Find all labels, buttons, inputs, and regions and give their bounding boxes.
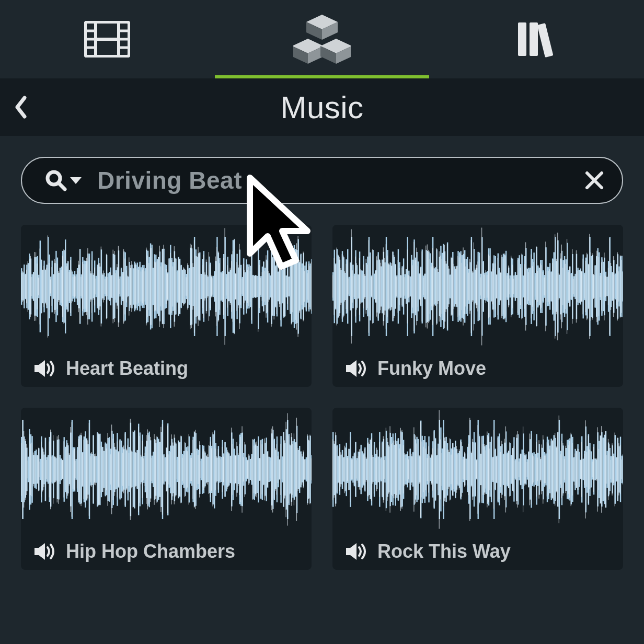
svg-rect-1545 bbox=[462, 442, 462, 497]
svg-rect-1074 bbox=[130, 419, 131, 520]
svg-rect-713 bbox=[495, 263, 496, 309]
svg-rect-378 bbox=[254, 275, 255, 297]
track-card[interactable]: Rock This Way bbox=[332, 408, 623, 570]
svg-rect-509 bbox=[359, 258, 360, 315]
svg-rect-1156 bbox=[185, 442, 185, 497]
tab-assets[interactable] bbox=[215, 0, 430, 78]
svg-rect-777 bbox=[537, 271, 538, 302]
svg-rect-1527 bbox=[450, 439, 450, 501]
svg-rect-368 bbox=[247, 270, 248, 303]
svg-rect-1645 bbox=[528, 452, 528, 488]
svg-rect-1443 bbox=[394, 441, 394, 498]
svg-rect-1573 bbox=[480, 454, 481, 485]
svg-rect-1505 bbox=[435, 438, 435, 501]
svg-rect-651 bbox=[454, 264, 454, 309]
svg-rect-82 bbox=[57, 263, 58, 309]
svg-rect-918 bbox=[26, 444, 27, 495]
svg-rect-1427 bbox=[383, 436, 384, 503]
svg-rect-1625 bbox=[515, 461, 515, 478]
tab-media[interactable] bbox=[0, 0, 215, 78]
search-input[interactable] bbox=[97, 166, 584, 194]
track-card[interactable]: Funky Move bbox=[332, 225, 623, 387]
title-bar: Music bbox=[0, 78, 644, 136]
svg-rect-1659 bbox=[537, 457, 538, 481]
svg-rect-815 bbox=[562, 268, 563, 305]
svg-rect-38 bbox=[28, 261, 28, 312]
svg-rect-707 bbox=[491, 271, 491, 302]
svg-rect-1701 bbox=[566, 446, 566, 493]
svg-rect-1611 bbox=[505, 427, 506, 513]
tab-library[interactable] bbox=[429, 0, 644, 78]
svg-rect-92 bbox=[64, 249, 64, 324]
svg-rect-19 bbox=[518, 22, 526, 56]
svg-rect-483 bbox=[342, 254, 342, 319]
svg-rect-1322 bbox=[295, 443, 295, 496]
svg-rect-1499 bbox=[431, 454, 431, 485]
svg-rect-1661 bbox=[539, 440, 539, 499]
svg-rect-464 bbox=[311, 262, 312, 312]
clear-search-button[interactable] bbox=[584, 170, 604, 190]
svg-rect-593 bbox=[415, 260, 416, 313]
svg-rect-673 bbox=[468, 273, 469, 301]
svg-rect-567 bbox=[398, 260, 398, 313]
track-card[interactable]: Hip Hop Chambers bbox=[21, 408, 312, 570]
svg-rect-1451 bbox=[399, 448, 399, 490]
svg-rect-1379 bbox=[351, 459, 352, 479]
svg-rect-1365 bbox=[342, 454, 342, 485]
svg-rect-627 bbox=[438, 269, 438, 304]
svg-rect-432 bbox=[290, 261, 290, 312]
svg-rect-655 bbox=[456, 267, 457, 306]
svg-rect-28 bbox=[21, 273, 21, 300]
svg-rect-505 bbox=[356, 263, 357, 310]
svg-rect-986 bbox=[72, 422, 72, 517]
svg-rect-1282 bbox=[269, 457, 269, 482]
search-mode-button[interactable] bbox=[45, 169, 82, 191]
svg-rect-1130 bbox=[167, 426, 168, 513]
svg-rect-270 bbox=[182, 270, 182, 304]
svg-rect-1262 bbox=[255, 442, 256, 496]
svg-rect-1218 bbox=[226, 454, 226, 486]
svg-rect-1367 bbox=[343, 458, 343, 481]
svg-rect-579 bbox=[406, 270, 406, 303]
svg-rect-487 bbox=[344, 271, 345, 302]
svg-rect-1116 bbox=[158, 440, 158, 499]
svg-rect-1190 bbox=[207, 454, 208, 485]
svg-rect-1589 bbox=[491, 440, 491, 499]
svg-rect-128 bbox=[87, 248, 88, 325]
svg-rect-1669 bbox=[544, 456, 545, 484]
svg-rect-491 bbox=[347, 260, 348, 313]
svg-rect-1088 bbox=[140, 436, 140, 503]
svg-rect-1160 bbox=[187, 451, 188, 488]
svg-rect-501 bbox=[354, 275, 354, 297]
svg-rect-881 bbox=[606, 277, 607, 296]
track-card[interactable]: Heart Beating bbox=[21, 225, 312, 387]
svg-rect-1318 bbox=[292, 444, 293, 494]
svg-rect-210 bbox=[142, 270, 143, 304]
svg-rect-102 bbox=[70, 260, 71, 313]
svg-rect-869 bbox=[599, 257, 599, 316]
svg-rect-555 bbox=[390, 265, 390, 308]
svg-rect-1236 bbox=[238, 453, 238, 486]
svg-rect-1334 bbox=[303, 451, 304, 488]
svg-rect-569 bbox=[399, 268, 399, 305]
back-button[interactable] bbox=[0, 78, 42, 136]
search-bar[interactable] bbox=[21, 157, 623, 204]
svg-rect-525 bbox=[370, 256, 370, 316]
svg-rect-861 bbox=[593, 274, 594, 299]
svg-rect-1142 bbox=[175, 442, 176, 496]
svg-rect-1170 bbox=[194, 431, 194, 508]
svg-rect-1172 bbox=[196, 430, 196, 509]
svg-rect-1587 bbox=[489, 448, 490, 490]
svg-rect-76 bbox=[53, 275, 53, 298]
waveform bbox=[332, 225, 623, 355]
svg-rect-954 bbox=[50, 430, 51, 509]
svg-rect-966 bbox=[58, 435, 59, 504]
svg-rect-1292 bbox=[275, 448, 275, 491]
svg-rect-1308 bbox=[286, 422, 286, 518]
svg-rect-1511 bbox=[439, 410, 440, 528]
svg-rect-1326 bbox=[298, 448, 298, 491]
svg-rect-1194 bbox=[210, 442, 211, 498]
svg-rect-517 bbox=[364, 274, 365, 298]
svg-rect-1623 bbox=[513, 446, 514, 492]
svg-rect-661 bbox=[460, 254, 461, 319]
